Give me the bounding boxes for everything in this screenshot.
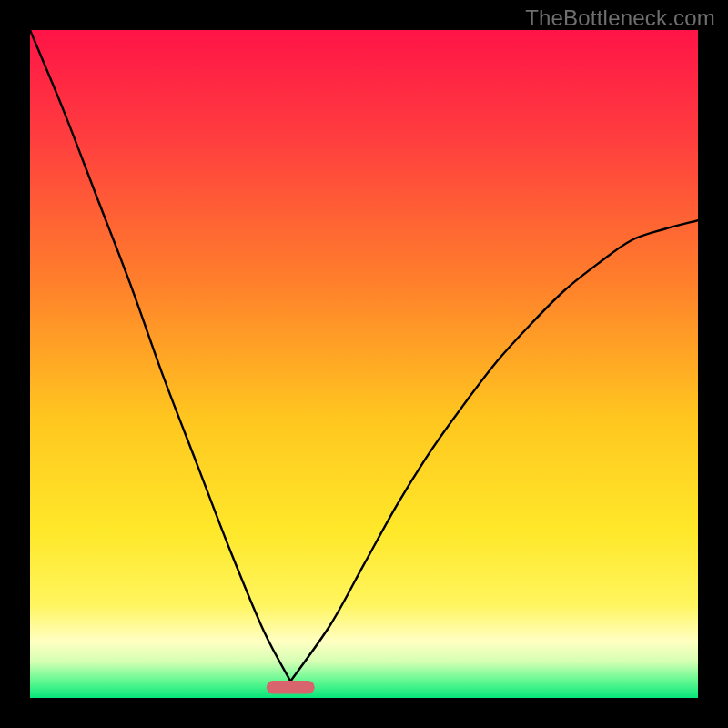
optimal-marker — [267, 681, 315, 694]
gradient-background — [30, 30, 698, 698]
chart-frame: TheBottleneck.com — [0, 0, 728, 728]
watermark-text: TheBottleneck.com — [525, 5, 715, 31]
bottleneck-chart — [30, 30, 698, 698]
